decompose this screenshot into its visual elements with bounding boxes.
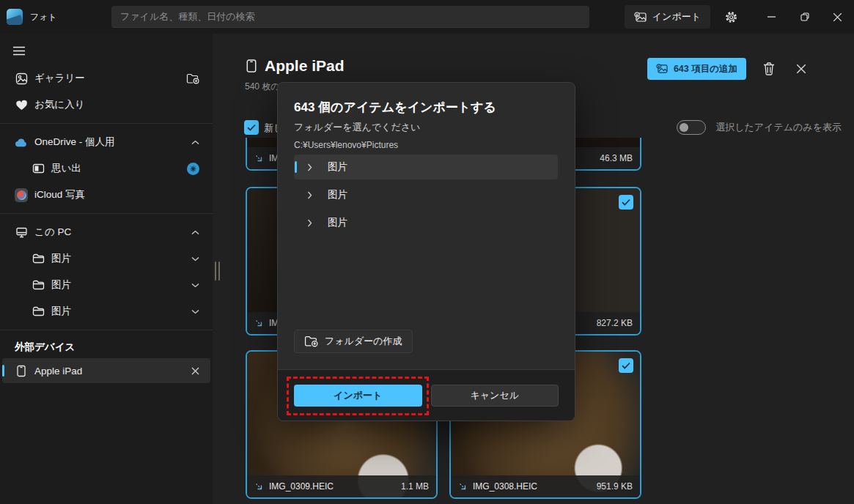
folder-icon [32,280,45,290]
folder-name: 图片 [328,188,347,201]
minimize-button[interactable] [755,0,788,34]
sidebar-item-label: 思い出 [51,162,81,175]
gallery-icon [15,73,28,85]
photos-app-icon [7,9,23,25]
dialog-footer: インポート キャンセル [278,369,575,420]
sidebar-item-label: この PC [34,226,71,239]
sidebar-item-label: iCloud 写真 [34,188,85,201]
heart-icon [15,100,28,111]
sidebar-item-label: 图片 [51,252,71,265]
folder-name: 图片 [328,216,347,229]
sidebar-item-pictures-folder[interactable]: 图片 [2,299,210,324]
titlebar-import-button[interactable]: インポート [625,5,710,29]
search-input[interactable] [111,6,589,27]
folder-name: 图片 [328,160,347,174]
sidebar-item-label: 图片 [51,305,71,318]
photo-filesize: 46.3 MB [600,153,633,163]
sidebar-item-label: Apple iPad [34,366,82,377]
folder-icon [32,253,45,264]
sidebar-item-label: ギャラリー [34,72,85,85]
destination-path: C:¥Users¥lenovo¥Pictures [294,140,398,150]
pending-import-icon [254,319,264,328]
sidebar-item-label: OneDrive - 個人用 [34,136,115,149]
photo-filename: IMG_0309.HEIC [269,481,334,492]
import-dialog: 643 個のアイテムをインポートする フォルダーを選んでください C:¥User… [277,82,575,421]
external-devices-heading: 外部デバイス [2,341,210,354]
import-image-icon [656,64,668,74]
add-items-button[interactable]: 643 項目の追加 [647,58,746,80]
sidebar-item-icloud-photos[interactable]: iCloud 写真 [2,182,210,207]
sidebar: ギャラリー お気に入り OneDrive - [0,34,213,504]
sidebar-item-gallery[interactable]: ギャラリー [2,66,210,91]
onedrive-cloud-icon [15,138,28,147]
photo-checkbox[interactable] [619,358,633,373]
sidebar-item-memories[interactable]: 思い出 [2,156,210,181]
folder-tree: 图片 图片 图片 [294,155,558,238]
pending-import-icon [254,482,264,492]
search-box [111,6,589,28]
divider [0,330,213,330]
dialog-title: 643 個のアイテムをインポートする [294,99,496,116]
chevron-down-icon[interactable] [191,256,199,262]
sidebar-nav: ギャラリー お気に入り OneDrive - [0,64,213,385]
icloud-icon [15,188,28,202]
chevron-down-icon[interactable] [191,309,199,314]
pc-icon [15,227,28,238]
dialog-import-button[interactable]: インポート [294,385,422,407]
eject-device-icon[interactable] [191,367,199,375]
divider [0,123,213,124]
photo-filesize: 1.1 MB [401,481,429,492]
add-folder-icon[interactable] [186,73,199,84]
photo-checkbox[interactable] [619,195,633,210]
chevron-down-icon[interactable] [191,283,199,288]
pending-import-icon [458,482,468,492]
sidebar-resize-handle[interactable] [215,262,220,281]
close-window-button[interactable] [821,0,854,34]
toggle-label: 選択したアイテムのみを表示 [715,121,842,134]
sidebar-item-favorites[interactable]: お気に入り [2,92,210,117]
app-title: フォト [30,11,57,23]
sidebar-item-label: お気に入り [34,98,84,111]
memories-icon [32,163,45,174]
tablet-icon [246,59,257,73]
delete-button[interactable] [757,58,781,80]
sidebar-item-apple-ipad[interactable]: Apple iPad [2,358,210,383]
menu-button[interactable] [10,43,29,59]
chevron-up-icon[interactable] [191,230,199,235]
photo-filename: IMG_0308.HEIC [473,481,537,492]
chevron-up-icon[interactable] [191,140,199,145]
photos-app-window: フォト インポート [0,0,854,504]
close-selection-button[interactable] [789,58,813,80]
chevron-right-icon[interactable] [307,163,312,171]
sidebar-item-pictures-folder[interactable]: 图片 [2,246,210,271]
dialog-cancel-button[interactable]: キャンセル [431,385,559,407]
sidebar-item-label: 图片 [51,278,71,292]
create-folder-button[interactable]: フォルダーの作成 [294,330,413,353]
chevron-right-icon[interactable] [307,219,312,227]
titlebar: フォト インポート [0,0,854,34]
sidebar-item-this-pc[interactable]: この PC [2,220,210,245]
chevron-right-icon[interactable] [307,191,312,199]
folder-icon [32,306,45,316]
show-selected-only-toggle[interactable] [677,120,706,135]
tablet-icon [15,365,28,377]
folder-tree-item[interactable]: 图片 [294,182,558,207]
pending-import-icon [254,154,264,163]
maximize-button[interactable] [788,0,821,34]
folder-tree-item[interactable]: 图片 [294,155,558,179]
photo-filesize: 827.2 KB [597,318,633,328]
photo-filesize: 951.9 KB [597,481,633,492]
sidebar-item-onedrive[interactable]: OneDrive - 個人用 [2,130,210,155]
page-title: Apple iPad [265,57,345,75]
sync-badge-icon [187,163,199,175]
import-image-icon [634,12,647,23]
divider [0,213,213,214]
dialog-subtitle: フォルダーを選んでください [294,121,420,134]
sidebar-item-pictures-folder[interactable]: 图片 [2,273,210,297]
folder-tree-item[interactable]: 图片 [294,210,558,235]
settings-button[interactable] [721,7,742,28]
add-folder-icon [304,336,318,347]
select-new-checkbox[interactable] [244,120,259,135]
photo-count-text: 540 枚の [245,81,280,93]
